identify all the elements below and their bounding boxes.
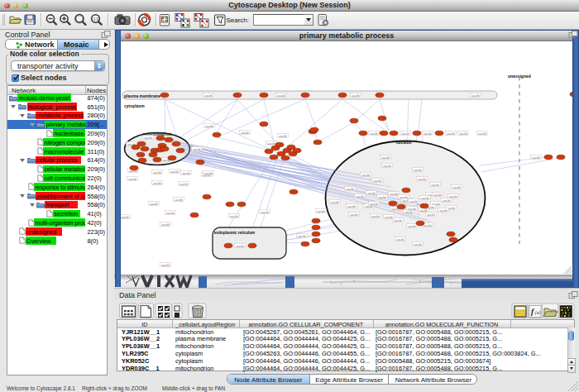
svg-text:aaa bb: aaa bb — [346, 188, 354, 191]
svg-text:aaa bb: aaa bb — [408, 208, 416, 211]
svg-text:aaa bb: aaa bb — [423, 224, 432, 227]
svg-text:aaa bb: aaa bb — [267, 142, 275, 146]
svg-text:aaa bb: aaa bb — [418, 178, 426, 181]
svg-text:aaa bb: aaa bb — [236, 245, 244, 248]
svg-text:aaa bb: aaa bb — [381, 156, 390, 160]
svg-text:nucleus: nucleus — [396, 140, 412, 145]
svg-text:plasma membrane: plasma membrane — [124, 93, 160, 98]
svg-text:aaa bb: aaa bb — [170, 170, 179, 174]
svg-text:aaa bb: aaa bb — [298, 235, 306, 238]
svg-text:aaa bb: aaa bb — [144, 136, 152, 140]
svg-text:(x): (x) — [535, 310, 541, 315]
svg-text:aaa bb: aaa bb — [204, 94, 213, 98]
svg-text:aaa bb: aaa bb — [352, 94, 360, 98]
svg-text:aaa bb: aaa bb — [443, 199, 451, 203]
svg-text:aaa bb: aaa bb — [383, 165, 391, 168]
svg-text:aaa bb: aaa bb — [193, 148, 201, 151]
svg-text:aaa bb: aaa bb — [532, 156, 540, 160]
svg-text:aaa bb: aaa bb — [161, 223, 170, 227]
svg-text:aaa bb: aaa bb — [367, 192, 376, 195]
svg-text:endoplasmic reticulum: endoplasmic reticulum — [214, 231, 255, 235]
svg-text:aaa bb: aaa bb — [431, 184, 439, 187]
svg-text:aaa bb: aaa bb — [371, 215, 380, 218]
svg-text:aaa bb: aaa bb — [317, 210, 325, 213]
svg-text:aaa bb: aaa bb — [370, 203, 378, 206]
svg-text:aaa bb: aaa bb — [121, 216, 129, 219]
svg-text:aaa bb: aaa bb — [414, 169, 422, 172]
svg-text:aaa bb: aaa bb — [153, 171, 161, 174]
svg-text:aaa bb: aaa bb — [153, 182, 161, 185]
svg-text:aaa bb: aaa bb — [378, 196, 386, 199]
svg-text:aaa bb: aaa bb — [331, 201, 339, 204]
svg-text:aaa bb: aaa bb — [478, 132, 486, 136]
svg-text:aaa bb: aaa bb — [350, 213, 358, 217]
svg-text:aaa bb: aaa bb — [356, 195, 364, 198]
svg-text:aaa bb: aaa bb — [175, 198, 183, 202]
svg-text:aaa bb: aaa bb — [161, 264, 170, 267]
svg-text:aaa bb: aaa bb — [385, 216, 393, 219]
svg-text:aaa bb: aaa bb — [204, 172, 213, 175]
svg-text:aaa bb: aaa bb — [419, 209, 428, 213]
svg-text:aaa bb: aaa bb — [261, 211, 269, 214]
svg-text:aaa bb: aaa bb — [409, 200, 418, 203]
svg-text:aaa bb: aaa bb — [459, 132, 467, 136]
svg-text:aaa bb: aaa bb — [182, 172, 190, 175]
svg-text:aaa bb: aaa bb — [390, 193, 398, 196]
svg-text:aaa bb: aaa bb — [423, 132, 432, 136]
svg-text:aaa bb: aaa bb — [128, 178, 136, 181]
svg-text:cytoplasm: cytoplasm — [124, 103, 145, 108]
svg-text:aaa bb: aaa bb — [471, 94, 480, 98]
svg-text:aaa bb: aaa bb — [400, 196, 408, 199]
svg-text:aaa bb: aaa bb — [361, 174, 370, 177]
svg-text:aaa bb: aaa bb — [401, 132, 409, 136]
svg-text:aaa bb: aaa bb — [230, 215, 238, 218]
svg-text:aaa bb: aaa bb — [414, 243, 422, 246]
svg-text:aaa bb: aaa bb — [447, 132, 455, 136]
svg-text:aaa bb: aaa bb — [150, 203, 158, 206]
svg-text:aaa bb: aaa bb — [427, 213, 435, 217]
svg-text:aaa bb: aaa bb — [421, 197, 429, 200]
svg-text:aaa bb: aaa bb — [179, 183, 188, 186]
svg-text:aaa bb: aaa bb — [408, 225, 416, 228]
svg-text:aaa bb: aaa bb — [279, 135, 287, 138]
svg-text:aaa bb: aaa bb — [241, 131, 249, 135]
svg-text:aaa bb: aaa bb — [404, 211, 413, 214]
svg-text:aaa bb: aaa bb — [205, 125, 213, 128]
svg-text:aaa bb: aaa bb — [449, 195, 457, 198]
svg-text:aaa bb: aaa bb — [433, 194, 442, 197]
svg-text:aaa bb: aaa bb — [452, 186, 461, 189]
svg-text:aaa bb: aaa bb — [277, 94, 285, 98]
svg-text:aaa bb: aaa bb — [166, 212, 175, 215]
svg-text:aaa bb: aaa bb — [347, 205, 356, 208]
svg-text:aaa bb: aaa bb — [439, 209, 447, 213]
svg-text:aaa bb: aaa bb — [373, 179, 381, 183]
svg-text:aaa bb: aaa bb — [396, 238, 404, 241]
svg-text:1:1: 1:1 — [93, 17, 99, 22]
svg-text:aaa bb: aaa bb — [370, 132, 378, 136]
svg-text:aaa bb: aaa bb — [394, 219, 402, 222]
